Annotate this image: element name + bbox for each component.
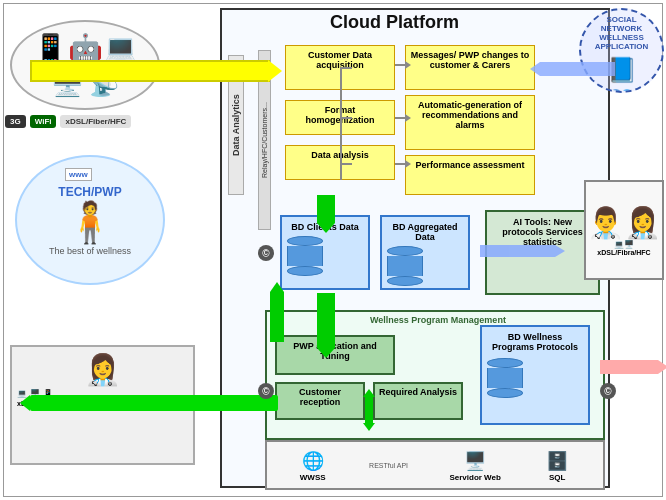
h-to-customer-data [340, 67, 352, 69]
required-analysis-box: Required Analysis [373, 382, 463, 420]
green-down-arrow-1 [317, 195, 335, 223]
messages-box: Messages/ PWP changes to customer & Care… [405, 45, 535, 90]
medical-staff-icons: 👨‍⚕️👩‍⚕️ [587, 205, 661, 240]
social-circle: SOCIAL NETWORK WELLNESS APPLICATION 📘 👥 [579, 8, 664, 93]
arrow-analysis-to-perf [395, 163, 405, 165]
medical-devices: 💻🖥️ [614, 240, 634, 249]
xdsl-right-label: xDSL/Fibra/HFC [597, 249, 650, 256]
pwp-box: PWP allocation and Tuning [275, 335, 395, 375]
h-to-analysis [340, 163, 352, 165]
bd-aggregated-box: BD Aggregated Data [380, 215, 470, 290]
green-entry-v [270, 292, 284, 342]
servidor-service: 🖥️ Servidor Web [449, 448, 500, 482]
pink-arrow-right [600, 360, 658, 374]
blue-arrow-from-right [540, 62, 615, 76]
wellness-mgmt-title: Wellness Program Management [370, 315, 506, 325]
restful-label: RESTful API [369, 462, 408, 469]
h-to-format [340, 117, 352, 119]
www-label: www [65, 168, 92, 181]
wwss-icon: 🌐 [298, 448, 328, 473]
cloud-platform-title: Cloud Platform [330, 12, 459, 33]
yellow-arrow-main [30, 60, 270, 82]
wifi-badge: WiFi [30, 115, 57, 128]
right-medical-panel: 👨‍⚕️👩‍⚕️ 💻🖥️ xDSL/Fibra/HFC [584, 180, 664, 280]
connector-circle-2: © [258, 245, 274, 261]
blue-right-arrow [480, 245, 555, 257]
connectivity-labels: 3G WiFi xDSL/Fiber/HFC [5, 115, 205, 128]
servidor-icon: 🖥️ [460, 448, 490, 473]
sql-service: 🗄️ SQL [542, 448, 572, 482]
sql-icon: 🗄️ [542, 448, 572, 473]
arrow-cust-to-msg [395, 64, 405, 66]
bd-wellness-box: BD Wellness Programs Protocols [480, 325, 590, 425]
green-v-arrow-down [317, 293, 335, 348]
bottom-services-container: 🌐 WWSS RESTful API 🖥️ Servidor Web 🗄️ SQ… [265, 440, 605, 490]
auto-gen-box: Automatic-generation of recommendations … [405, 95, 535, 150]
db-icon-clients [287, 236, 363, 276]
connector-circle-3: © [600, 383, 616, 399]
xdsl-badge: xDSL/Fiber/HFC [60, 115, 131, 128]
arrow-format-to-auto [395, 117, 405, 119]
performance-box: Performance assessment [405, 155, 535, 195]
person-with-tech: TECH/PWP 🧍 The best of wellness [49, 185, 131, 256]
db-icon-wellness [487, 358, 583, 398]
double-arrow-h [365, 397, 373, 423]
green-h-arrow-left [30, 395, 278, 411]
db-icon-aggregated [387, 246, 463, 286]
3g-badge: 3G [5, 115, 26, 128]
connector-circle-1: © [258, 383, 274, 399]
wwss-service: 🌐 WWSS [298, 448, 328, 482]
main-diagram: Cloud Platform Data Analytics Relay/HFC/… [0, 0, 666, 500]
doctor-icon: 👩‍⚕️ [17, 352, 188, 387]
customer-reception-box: Customer reception [275, 382, 365, 420]
